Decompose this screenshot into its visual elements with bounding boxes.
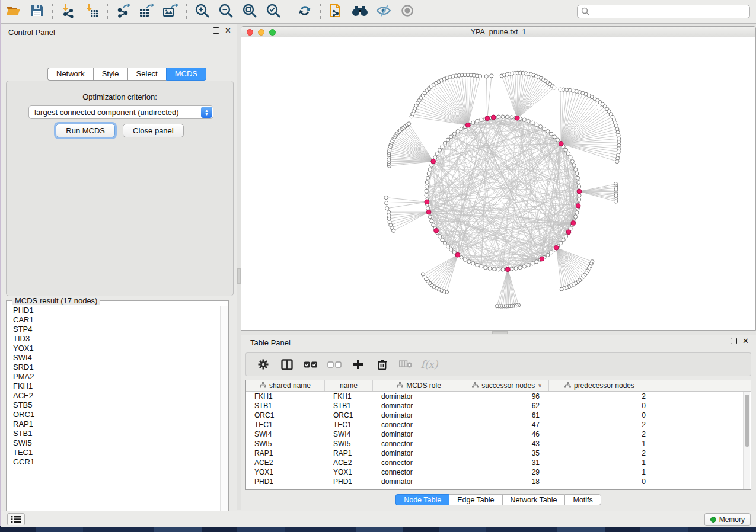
network-canvas[interactable] [241,37,755,330]
task-history-button[interactable] [7,513,25,525]
graph-node[interactable] [501,115,505,118]
graph-node[interactable] [546,130,550,133]
graph-node[interactable] [407,122,411,126]
graph-node[interactable] [615,159,619,163]
graph-node[interactable] [553,86,556,89]
float-panel-icon[interactable] [213,27,219,34]
graph-node[interactable] [531,121,534,124]
graph-node[interactable] [460,127,463,130]
zoom-out-button[interactable] [214,2,238,22]
graph-node[interactable] [578,194,581,197]
scrollbar-thumb[interactable] [745,395,749,447]
graph-node[interactable] [527,263,530,267]
graph-node[interactable] [505,115,509,118]
graph-node[interactable] [425,189,428,193]
delete-table-button[interactable] [398,360,413,368]
graph-node[interactable] [460,255,463,259]
graph-node[interactable] [522,265,526,268]
graph-node-mcds[interactable] [455,252,460,257]
graph-node-mcds[interactable] [571,221,576,226]
column-header-MCDS-role[interactable]: MCDS role [373,380,465,391]
graph-node[interactable] [514,267,518,270]
export-network-button[interactable] [111,2,135,22]
graph-node-mcds[interactable] [431,159,436,164]
close-panel-icon[interactable]: ✕ [225,27,231,34]
graph-node[interactable] [559,241,562,245]
network-window-titlebar[interactable]: YPA_prune.txt_1 [241,27,755,37]
save-session-button[interactable] [25,2,49,22]
graph-node[interactable] [497,268,500,271]
graph-node[interactable] [550,251,553,254]
open-file-button[interactable] [1,2,25,22]
column-header-predecessor-nodes[interactable]: predecessor nodes [549,380,650,391]
graph-node[interactable] [577,181,580,184]
mcds-result-item[interactable]: SWI4 [7,353,220,363]
graph-node[interactable] [566,152,570,155]
tab-edge-table[interactable]: Edge Table [449,494,502,505]
tab-style[interactable]: Style [93,68,127,81]
graph-node[interactable] [421,273,425,276]
float-panel-icon[interactable] [731,338,737,344]
graph-node[interactable] [484,75,488,78]
graph-node[interactable] [510,116,513,119]
export-image-button[interactable] [159,2,183,22]
network-search-box[interactable] [577,5,750,18]
graph-node-mcds[interactable] [554,245,559,250]
import-table-button[interactable] [80,2,104,22]
annotation-document-button[interactable] [324,2,348,22]
mcds-result-item[interactable]: STB5 [7,400,220,410]
mcds-result-item[interactable]: STP4 [7,325,220,334]
graph-node[interactable] [441,238,444,242]
tab-network[interactable]: Network [47,68,93,81]
graph-node[interactable] [570,159,574,163]
graph-node-mcds[interactable] [559,141,563,146]
mcds-result-item[interactable]: RAP1 [7,419,220,429]
graph-node[interactable] [430,164,433,167]
graph-node-mcds[interactable] [576,203,580,208]
delete-column-button[interactable] [374,359,390,370]
refresh-layout-button[interactable] [293,2,317,22]
mcds-result-list[interactable]: PHD1CAR1STP4TID3YOX1SWI4SRD1PMA2FKH1ACE2… [7,306,220,520]
graph-node[interactable] [575,172,579,175]
graph-node[interactable] [480,118,483,121]
graph-node-mcds[interactable] [540,257,544,261]
table-row[interactable]: ACE2ACE2connector311 [246,458,751,467]
mcds-list-scrollbar[interactable] [220,306,228,520]
graph-node[interactable] [438,235,441,238]
graph-node-mcds[interactable] [505,267,510,272]
graph-node-mcds[interactable] [515,116,519,120]
graph-node[interactable] [518,266,522,270]
panel-splitter-horizontal[interactable] [241,331,756,335]
mcds-result-item[interactable]: PMA2 [7,372,220,382]
graph-node[interactable] [432,223,435,226]
graph-node[interactable] [426,176,429,180]
graph-node[interactable] [497,115,500,118]
graph-node[interactable] [463,258,467,261]
graph-node[interactable] [576,176,579,180]
table-row[interactable]: SWI4SWI4dominator462 [246,430,751,439]
table-row[interactable]: STB1STB1dominator620 [246,401,751,411]
graph-node[interactable] [501,268,505,271]
table-row[interactable]: YOX1YOX1connector291 [246,467,751,477]
graph-node[interactable] [535,123,538,126]
search-input[interactable] [577,5,750,18]
import-network-button[interactable] [56,2,80,22]
graph-node[interactable] [531,262,534,265]
mcds-result-item[interactable]: ORC1 [7,410,220,419]
table-row[interactable]: TEC1TEC1connector472 [246,420,751,430]
graph-node[interactable] [546,253,550,257]
export-table-button[interactable] [135,2,159,22]
graph-node[interactable] [535,260,538,264]
graph-node[interactable] [456,130,460,133]
tab-select[interactable]: Select [127,68,166,81]
splitter-handle[interactable] [492,331,508,334]
tab-node-table[interactable]: Node Table [395,494,449,505]
graph-node[interactable] [538,125,542,129]
graph-node[interactable] [433,156,437,159]
column-header-name[interactable]: name [325,380,373,391]
tab-mcds[interactable]: MCDS [166,68,206,81]
graph-node[interactable] [553,135,556,139]
graph-node[interactable] [484,266,487,270]
graph-node-mcds[interactable] [465,123,470,127]
graph-node[interactable] [384,196,388,199]
